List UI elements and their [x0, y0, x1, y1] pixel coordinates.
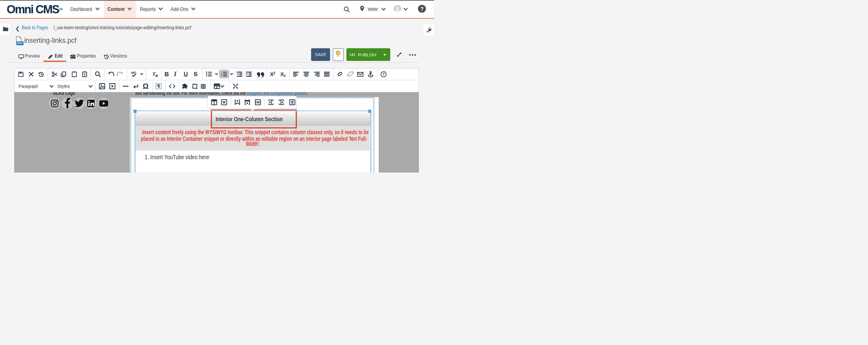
svg-text:A: A [351, 53, 353, 57]
svg-text:?: ? [382, 72, 385, 76]
svg-text:3: 3 [221, 75, 222, 77]
svg-text:T: T [153, 71, 156, 77]
svg-text:ABC: ABC [131, 71, 136, 74]
